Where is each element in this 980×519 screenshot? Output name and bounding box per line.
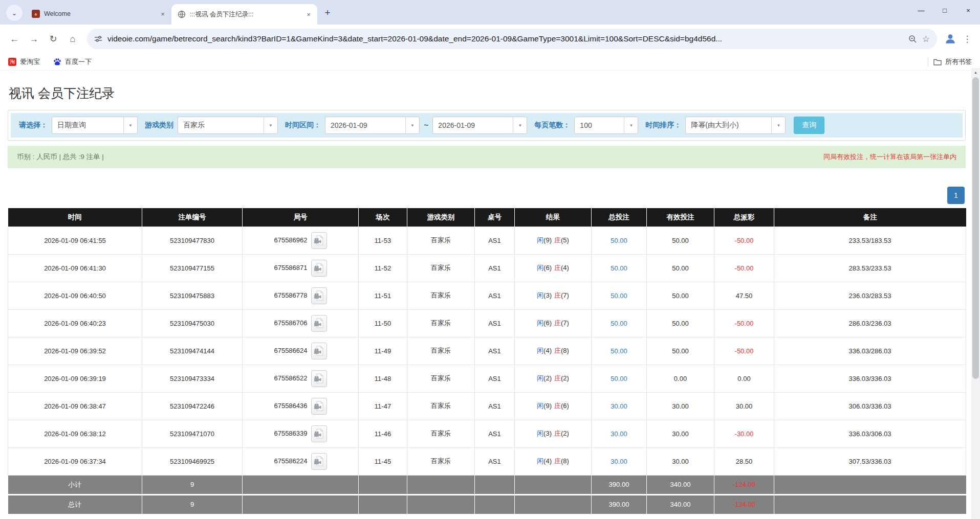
cell-game-type: 百家乐: [407, 282, 475, 309]
summary-cell: [359, 475, 407, 494]
forward-button[interactable]: →: [25, 30, 43, 48]
cell-total-bet[interactable]: 50.00: [592, 365, 647, 392]
cell-session: 11-53: [359, 227, 407, 254]
summary-cell: -124.00: [714, 494, 774, 514]
time-range-label: 时间区间：: [285, 121, 321, 130]
cell-payout: 0.00: [714, 365, 774, 392]
query-type-value: 日期查询: [52, 121, 123, 130]
cell-total-bet[interactable]: 50.00: [592, 254, 647, 282]
summary-cell: [243, 475, 359, 494]
video-replay-button[interactable]: [311, 287, 327, 304]
date-end-select[interactable]: 2026-01-09 ▼: [432, 117, 527, 134]
bookmark-star-icon[interactable]: ☆: [922, 34, 930, 44]
tab-bet-records[interactable]: :::视讯 会员下注纪录::: ×: [171, 4, 317, 25]
vertical-scrollbar[interactable]: ▲: [971, 68, 980, 519]
cell-session: 11-50: [359, 309, 407, 337]
back-button[interactable]: ←: [5, 30, 24, 48]
column-header: 场次: [359, 208, 407, 227]
result-player: 闲: [537, 291, 543, 299]
chevron-down-icon: ⌄: [12, 9, 17, 17]
cell-bet-number: 523109473334: [142, 365, 243, 392]
bookmark-label: 爱淘宝: [20, 57, 40, 66]
video-replay-button[interactable]: [311, 398, 327, 415]
bookmark-taobao[interactable]: 淘 爱淘宝: [8, 57, 40, 66]
video-replay-button[interactable]: [311, 260, 327, 277]
cell-total-bet[interactable]: 50.00: [592, 227, 647, 254]
round-number: 675586624: [274, 346, 307, 354]
cell-payout: -50.00: [714, 227, 774, 254]
video-replay-button[interactable]: [311, 370, 327, 387]
tab-close-icon[interactable]: ×: [304, 10, 313, 19]
cell-valid-bet: 50.00: [647, 282, 714, 309]
address-bar[interactable]: videoie.com/game/betrecord_search/kind3?…: [87, 29, 937, 49]
cell-valid-bet: 50.00: [647, 309, 714, 337]
cell-table-number: AS1: [475, 337, 515, 365]
site-settings-icon[interactable]: [94, 35, 102, 43]
page-number-button[interactable]: 1: [947, 187, 965, 204]
cell-payout: -50.00: [714, 254, 774, 282]
cell-bet-number: 523109472246: [142, 392, 243, 420]
cell-time: 2026-01-09 06:38:47: [8, 392, 142, 420]
search-button[interactable]: 查询: [794, 117, 824, 134]
scroll-up-icon[interactable]: ▲: [971, 68, 980, 76]
cell-total-bet[interactable]: 30.00: [592, 420, 647, 447]
summary-cell: [515, 494, 592, 514]
new-tab-button[interactable]: +: [320, 6, 335, 20]
cell-total-bet[interactable]: 50.00: [592, 309, 647, 337]
summary-cell: 390.00: [592, 475, 647, 494]
game-type-select[interactable]: 百家乐 ▼: [178, 117, 278, 134]
result-player: 闲: [537, 457, 543, 465]
video-replay-button[interactable]: [311, 232, 327, 249]
date-start-select[interactable]: 2026-01-09 ▼: [325, 117, 420, 134]
cell-payout: -50.00: [714, 309, 774, 337]
scrollbar-thumb[interactable]: [972, 77, 979, 379]
cell-table-number: AS1: [475, 309, 515, 337]
tab-close-icon[interactable]: ×: [158, 9, 167, 18]
cell-total-bet[interactable]: 50.00: [592, 282, 647, 309]
close-button[interactable]: ×: [956, 0, 980, 20]
all-bookmarks-button[interactable]: 所有书签: [933, 57, 972, 66]
summary-row: 总计9390.00340.00-124.00: [8, 494, 966, 514]
tab-title: Welcome: [44, 10, 154, 17]
table-row: 2026-01-09 06:38:12523109471070675586339…: [8, 420, 966, 447]
sort-select[interactable]: 降幂(由大到小) ▼: [685, 117, 786, 134]
video-replay-button[interactable]: [311, 425, 327, 442]
video-replay-button[interactable]: [311, 343, 327, 359]
round-number: 675586778: [274, 291, 307, 299]
browser-menu-icon[interactable]: ⋮: [960, 30, 975, 48]
bookmark-baidu[interactable]: 百度一下: [53, 57, 92, 66]
cell-session: 11-45: [359, 447, 407, 475]
cell-valid-bet: 30.00: [647, 392, 714, 420]
cell-total-bet[interactable]: 30.00: [592, 447, 647, 475]
sort-label: 时间排序：: [645, 121, 681, 130]
cell-round-number: 675586871: [243, 254, 359, 282]
reload-button[interactable]: ↻: [44, 30, 62, 48]
cell-total-bet[interactable]: 30.00: [592, 392, 647, 420]
url-text[interactable]: videoie.com/game/betrecord_search/kind3?…: [107, 34, 903, 43]
cell-table-number: AS1: [475, 420, 515, 447]
video-replay-button[interactable]: [311, 315, 327, 332]
window-controls: — □ ×: [909, 0, 980, 20]
all-bookmarks-label: 所有书签: [945, 57, 972, 66]
tab-welcome[interactable]: ♠ Welcome ×: [26, 5, 171, 22]
maximize-button[interactable]: □: [933, 0, 956, 20]
query-type-select[interactable]: 日期查询 ▼: [52, 117, 138, 134]
profile-avatar-icon[interactable]: [942, 31, 959, 47]
result-banker: 庄: [554, 291, 561, 299]
per-page-select[interactable]: 100 ▼: [574, 117, 638, 134]
home-button[interactable]: ⌂: [63, 30, 82, 48]
result-player: 闲: [537, 430, 543, 437]
zoom-icon[interactable]: [908, 35, 917, 43]
column-header: 游戏类别: [407, 208, 475, 227]
summary-cell: [243, 494, 359, 514]
table-row: 2026-01-09 06:41:30523109477155675586871…: [8, 254, 966, 282]
round-number: 675586339: [274, 429, 307, 437]
video-replay-button[interactable]: [311, 453, 327, 470]
minimize-button[interactable]: —: [909, 0, 933, 20]
summary-cell: [407, 494, 475, 514]
tab-search-button[interactable]: ⌄: [6, 5, 23, 21]
browser-toolbar: ← → ↻ ⌂ videoie.com/game/betrecord_searc…: [0, 25, 980, 53]
bet-records-table: 时间注单编号局号场次游戏类别桌号结果总投注有效投注总派彩备注 2026-01-0…: [8, 208, 966, 514]
cell-total-bet[interactable]: 50.00: [592, 337, 647, 365]
tab-strip: ⌄ ♠ Welcome × :::视讯 会员下注纪录::: × + — □ ×: [0, 0, 980, 25]
